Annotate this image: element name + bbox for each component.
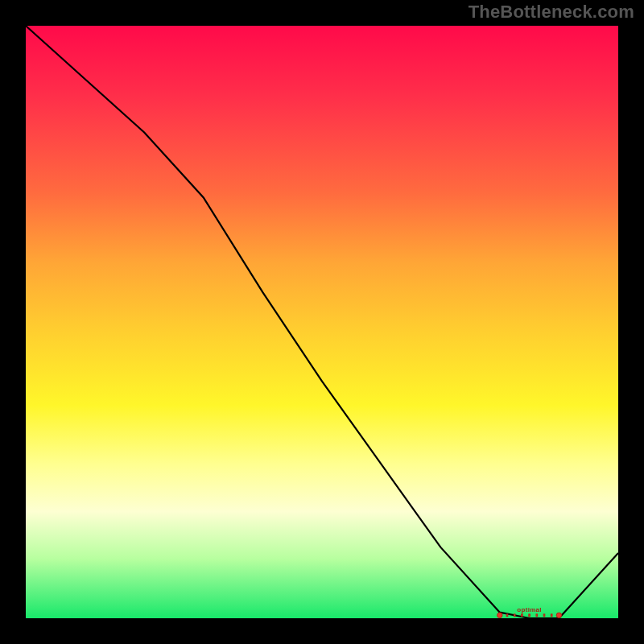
marker-tick [536,614,538,617]
marker-tick [506,614,508,617]
watermark-text: TheBottleneck.com [469,2,634,23]
chart-container: TheBottleneck.com optimal [0,0,644,644]
line-series [26,26,618,618]
marker-tick [529,614,530,617]
plot-area: optimal [26,26,618,618]
marker-dot [556,613,561,617]
marker-group: optimal [497,606,562,617]
marker-tick [522,614,523,617]
marker-tick [543,614,545,617]
marker-tick [551,614,552,617]
marker-dot [497,613,502,617]
marker-label: optimal [517,606,542,613]
marker-tick [514,614,515,617]
chart-overlay: optimal [26,26,618,618]
